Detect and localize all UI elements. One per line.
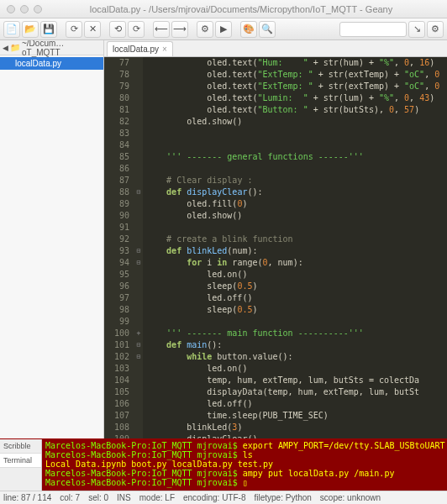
jump-button[interactable]: ↘ <box>408 21 425 38</box>
nav-forward-button[interactable]: ⟶ <box>171 21 188 38</box>
minimize-window-icon[interactable] <box>20 5 29 13</box>
editor-tabs: localData.py × <box>104 40 447 57</box>
terminal-line: Marcelos-MacBook-Pro:IoT_MQTT mjrovai$ e… <box>45 441 444 450</box>
code-line[interactable]: 100+ ''' ------- main function ---------… <box>104 328 447 339</box>
code-line[interactable]: 82 oled.show() <box>104 116 447 128</box>
code-line[interactable]: 83 <box>104 128 447 139</box>
terminal-line: Marcelos-MacBook-Pro:IoT_MQTT mjrovai$ a… <box>45 469 444 478</box>
code-line[interactable]: 103 led.on() <box>104 363 447 375</box>
code-line[interactable]: 97 led.off() <box>104 292 447 304</box>
settings-icon[interactable] <box>427 21 444 38</box>
fold-icon <box>134 316 143 328</box>
code-text: led.off() <box>143 292 252 304</box>
open-file-button[interactable]: 📂 <box>22 21 39 38</box>
color-button[interactable]: 🎨 <box>240 21 257 38</box>
fold-icon[interactable]: + <box>134 328 143 339</box>
fold-icon[interactable]: ⊟ <box>134 339 143 351</box>
toolbar: 📄 📂 💾 ⟳ ✕ ⟲ ⟳ ⟵ ⟶ ⚙ ▶ 🎨 🔍 ↘ <box>0 18 447 40</box>
fold-icon <box>134 234 143 245</box>
code-text: ''' ------- main function ----------''' <box>143 328 364 339</box>
code-line[interactable]: 107 time.sleep(PUB_TIME_SEC) <box>104 410 447 422</box>
fold-icon[interactable]: ⊟ <box>134 351 143 363</box>
line-number: 95 <box>104 269 134 281</box>
code-line[interactable]: 92 # create a blink function <box>104 234 447 245</box>
close-tab-icon[interactable]: × <box>162 45 167 54</box>
code-text: oled.text("Hum: " + str(hum) + "%", 0, 1… <box>143 57 434 69</box>
code-text: oled.fill(0) <box>143 198 247 210</box>
close-window-icon[interactable] <box>7 5 15 13</box>
status-bar: line: 87 / 114 col: 7 sel: 0 INS mode: L… <box>0 491 447 504</box>
zoom-window-icon[interactable] <box>34 5 42 13</box>
code-line[interactable]: 88⊟ def displayClear(): <box>104 186 447 198</box>
redo-button[interactable]: ⟳ <box>128 21 145 38</box>
code-line[interactable]: 95 led.on() <box>104 269 447 281</box>
fold-icon <box>134 398 143 410</box>
save-button[interactable]: 💾 <box>40 21 57 38</box>
code-line[interactable]: 89 oled.fill(0) <box>104 198 447 210</box>
new-file-button[interactable]: 📄 <box>3 21 20 38</box>
nav-back-button[interactable]: ⟵ <box>153 21 170 38</box>
code-line[interactable]: 94⊟ for i in range(0, num): <box>104 257 447 269</box>
code-line[interactable]: 93⊟ def blinkLed(num): <box>104 245 447 257</box>
code-line[interactable]: 84 <box>104 139 447 151</box>
path-bar[interactable]: ◀ 📁 ~/Docum…oT_MQTT <box>0 40 103 55</box>
fold-icon <box>134 210 143 222</box>
code-text: sleep(0.5) <box>143 281 257 292</box>
code-line[interactable]: 105 displayData(temp, hum, extTemp, lum,… <box>104 386 447 398</box>
tab-scribble[interactable]: Scribble <box>0 439 41 454</box>
code-line[interactable]: 101⊟ def main(): <box>104 339 447 351</box>
code-line[interactable]: 96 sleep(0.5) <box>104 281 447 292</box>
code-text <box>143 163 146 175</box>
fold-icon[interactable]: ⊟ <box>134 186 143 198</box>
code-line[interactable]: 90 oled.show() <box>104 210 447 222</box>
sidebar: ◀ 📁 ~/Docum…oT_MQTT localData.py <box>0 40 104 438</box>
tree-file-localdata[interactable]: localData.py <box>0 57 103 70</box>
code-line[interactable]: 91 <box>104 222 447 234</box>
compile-button[interactable]: ⚙ <box>197 21 213 38</box>
code-line[interactable]: 98 sleep(0.5) <box>104 304 447 316</box>
fold-icon <box>134 92 143 104</box>
search-input[interactable] <box>339 22 407 37</box>
fold-icon <box>134 104 143 116</box>
code-line[interactable]: 87 # Clear display : <box>104 175 447 186</box>
code-line[interactable]: 99 <box>104 316 447 328</box>
code-line[interactable]: 86 <box>104 163 447 175</box>
code-line[interactable]: 104 temp, hum, extTemp, lum, butSts = co… <box>104 375 447 386</box>
code-line[interactable]: 80 oled.text("Lumin: " + str(lum) + "%",… <box>104 92 447 104</box>
tab-localdata[interactable]: localData.py × <box>107 41 173 56</box>
fold-icon <box>134 269 143 281</box>
tab-terminal[interactable]: Terminal <box>0 454 41 468</box>
fold-icon[interactable]: ⊟ <box>134 257 143 269</box>
close-button[interactable]: ✕ <box>84 21 101 38</box>
line-number: 106 <box>104 398 134 410</box>
find-icon[interactable]: 🔍 <box>259 21 276 38</box>
fold-icon[interactable]: ⊟ <box>134 245 143 257</box>
line-number: 94 <box>104 257 134 269</box>
line-number: 105 <box>104 386 134 398</box>
line-number: 108 <box>104 422 134 433</box>
reload-button[interactable]: ⟳ <box>66 21 82 38</box>
line-number: 91 <box>104 222 134 234</box>
code-text: led.on() <box>143 363 247 375</box>
code-line[interactable]: 81 oled.text("Button: " + str(butSts), 0… <box>104 104 447 116</box>
line-number: 98 <box>104 304 134 316</box>
code-line[interactable]: 77 oled.text("Hum: " + str(hum) + "%", 0… <box>104 57 447 69</box>
code-editor[interactable]: 77 oled.text("Hum: " + str(hum) + "%", 0… <box>104 57 447 438</box>
code-line[interactable]: 106 led.off() <box>104 398 447 410</box>
line-number: 93 <box>104 245 134 257</box>
code-line[interactable]: 102⊟ while button.value(): <box>104 351 447 363</box>
line-number: 80 <box>104 92 134 104</box>
code-text: def blinkLed(num): <box>143 245 257 257</box>
code-line[interactable]: 85 ''' ------- general functions ------'… <box>104 151 447 163</box>
code-line[interactable]: 78 oled.text("ExtTemp: " + str(extTemp) … <box>104 69 447 81</box>
path-back-icon[interactable]: ◀ <box>3 44 8 52</box>
fold-icon <box>134 304 143 316</box>
terminal-output[interactable]: Marcelos-MacBook-Pro:IoT_MQTT mjrovai$ e… <box>42 439 447 491</box>
code-text <box>143 222 146 234</box>
undo-button[interactable]: ⟲ <box>109 21 126 38</box>
code-line[interactable]: 79 oled.text("ExtTemp: " + str(extTemp) … <box>104 81 447 92</box>
status-ins: INS <box>117 493 131 502</box>
run-button[interactable]: ▶ <box>215 21 232 38</box>
code-line[interactable]: 108 blinkLed(3) <box>104 422 447 433</box>
line-number: 79 <box>104 81 134 92</box>
